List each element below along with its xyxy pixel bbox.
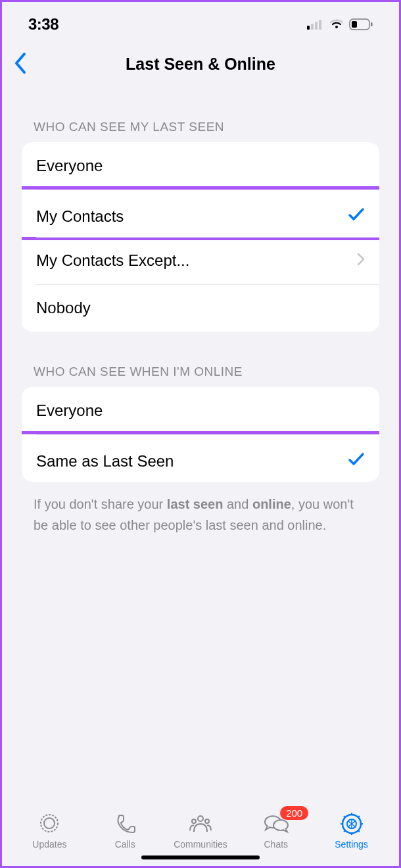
option-label: My Contacts	[36, 207, 124, 226]
status-icons	[307, 18, 373, 30]
tab-bar: Updates Calls Communities 200 Chats Sett…	[2, 790, 399, 866]
section-header-last-seen: WHO CAN SEE MY LAST SEEN	[22, 120, 379, 142]
tab-updates[interactable]: Updates	[12, 811, 87, 850]
back-button[interactable]	[14, 52, 27, 77]
option-label: Nobody	[36, 299, 91, 317]
svg-line-19	[344, 816, 345, 817]
section-last-seen: WHO CAN SEE MY LAST SEEN Everyone My Con…	[2, 120, 399, 332]
section-online: WHO CAN SEE WHEN I'M ONLINE Everyone Sam…	[2, 365, 399, 548]
battery-icon	[349, 18, 373, 30]
tab-label: Settings	[335, 839, 368, 850]
svg-rect-5	[352, 21, 357, 28]
svg-rect-3	[319, 20, 321, 30]
tab-calls[interactable]: Calls	[87, 811, 163, 850]
nav-header: Last Seen & Online	[2, 41, 399, 87]
option-group-online: Everyone Same as Last Seen	[22, 387, 379, 482]
tab-communities[interactable]: Communities	[163, 811, 239, 850]
check-icon	[348, 452, 365, 471]
updates-icon	[37, 811, 61, 836]
svg-point-7	[41, 815, 58, 832]
wifi-icon	[329, 19, 344, 30]
status-time: 3:38	[28, 15, 59, 34]
option-group-last-seen: Everyone My Contacts My Contacts Except.…	[22, 142, 379, 332]
footer-note: If you don't share your last seen and on…	[22, 482, 379, 548]
calls-icon	[113, 811, 137, 836]
option-label: Everyone	[36, 157, 103, 175]
status-bar: 3:38	[2, 2, 399, 41]
tab-chats[interactable]: 200 Chats	[238, 811, 314, 850]
svg-point-8	[44, 818, 55, 829]
chevron-right-icon	[357, 251, 365, 270]
tab-label: Updates	[32, 839, 66, 850]
option-everyone[interactable]: Everyone	[22, 142, 379, 190]
cellular-icon	[307, 19, 324, 30]
option-same-as-last-seen[interactable]: Same as Last Seen	[22, 431, 379, 482]
settings-icon	[340, 811, 364, 836]
tab-settings[interactable]: Settings	[314, 811, 389, 850]
svg-rect-1	[311, 24, 314, 30]
check-icon	[348, 207, 365, 226]
option-label: Everyone	[36, 401, 103, 420]
svg-point-9	[198, 816, 203, 821]
home-indicator[interactable]	[141, 855, 260, 859]
svg-point-10	[192, 819, 196, 823]
svg-rect-0	[307, 26, 310, 30]
tab-label: Communities	[174, 839, 227, 850]
chevron-left-icon	[14, 52, 27, 74]
svg-rect-2	[315, 22, 318, 30]
svg-line-21	[344, 830, 345, 832]
option-online-everyone[interactable]: Everyone	[22, 387, 379, 434]
svg-line-20	[358, 830, 360, 832]
svg-line-22	[358, 816, 360, 817]
chats-badge: 200	[280, 806, 308, 820]
communities-icon	[186, 811, 215, 836]
tab-label: Chats	[264, 839, 289, 850]
option-my-contacts-except[interactable]: My Contacts Except...	[22, 237, 379, 284]
svg-point-11	[205, 819, 209, 823]
section-header-online: WHO CAN SEE WHEN I'M ONLINE	[22, 365, 379, 387]
option-nobody[interactable]: Nobody	[22, 284, 379, 332]
option-label: Same as Last Seen	[36, 452, 174, 471]
tab-label: Calls	[115, 839, 135, 850]
option-my-contacts[interactable]: My Contacts	[22, 186, 379, 240]
svg-rect-6	[371, 22, 373, 26]
option-label: My Contacts Except...	[36, 251, 189, 270]
page-title: Last Seen & Online	[14, 55, 387, 74]
